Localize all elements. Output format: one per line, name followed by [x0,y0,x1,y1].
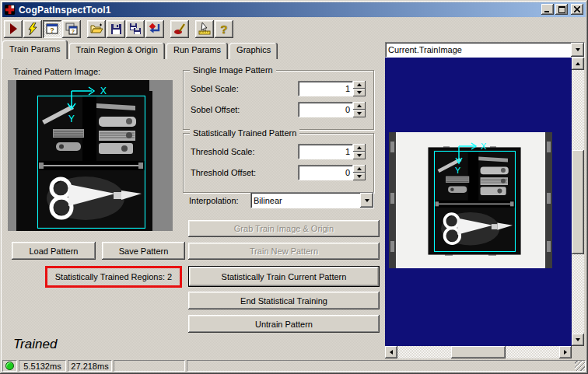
spin-up-button[interactable] [353,81,366,89]
sobel-offset-input[interactable]: 0 [298,102,353,117]
open-file-button[interactable] [87,20,106,38]
maximize-button[interactable] [555,4,568,15]
green-led-icon [5,362,14,370]
reset-button[interactable] [145,20,164,38]
titlebar: CogPatInspectTool1 [2,2,586,17]
horizontal-scrollbar[interactable] [385,346,572,358]
image-source-combobox[interactable]: Current.TrainImage [385,42,585,58]
train-new-pattern-button[interactable]: Train New Pattern [188,243,380,260]
combo-dropdown-button[interactable] [571,43,584,57]
end-statistical-training-button[interactable]: End Statistical Training [188,292,380,309]
pattern-axis-x-label: X [100,86,107,96]
regions-annotation-box: Statistically Trained Regions: 2 [45,266,182,288]
graphics-button[interactable] [170,20,189,38]
tab-train-params[interactable]: Train Params [2,40,68,59]
help-icon: ? [219,23,229,35]
scroll-right-button[interactable] [559,346,572,358]
resize-grip[interactable] [575,361,585,371]
close-button[interactable] [571,4,583,15]
show-tool-window-button[interactable]: ? [43,20,61,38]
save-floppy-icon [110,23,122,35]
sobel-offset-spinner [353,102,366,117]
single-image-pattern-group: Single Image Pattern [183,70,374,130]
sobel-scale-spinner [353,81,366,96]
threshold-offset-label: Threshold Offset: [191,168,256,177]
status-empty-panel [114,360,185,372]
svg-text:?: ? [220,23,227,35]
arrow-left-icon [390,350,393,355]
grab-train-image-button[interactable]: Grab Train Image & Origin [188,220,380,237]
chevron-down-icon [576,48,580,51]
trained-pattern-image: X Y [8,80,173,231]
interpolation-label: Interpolation: [189,196,239,205]
train-image-photo: X Y [389,132,552,268]
trigger-button[interactable] [23,20,42,38]
threshold-scale-input[interactable]: 1 [298,144,353,159]
sobel-scale-input[interactable]: 1 [298,81,353,96]
save-file-button[interactable] [107,20,125,38]
threshold-offset-spinner [353,165,366,180]
pointer-ruler-icon [198,23,212,35]
statistically-trained-pattern-title: Statistically Trained Pattern [190,128,299,138]
scroll-left-button[interactable] [385,346,397,358]
viewer-axis-x-label: X [481,142,487,151]
tab-run-params[interactable]: Run Params [166,43,228,59]
status-led-panel [2,360,17,372]
tool-window-copy-icon: ? [65,23,78,35]
help-button[interactable]: ? [215,20,233,38]
save-as-floppy-icon [129,23,142,35]
threshold-offset-input[interactable]: 0 [298,165,353,180]
maximize-icon [558,6,565,13]
vertical-scroll-thumb[interactable] [572,150,584,254]
horizontal-scroll-thumb[interactable] [451,346,506,358]
vertical-scrollbar[interactable] [572,58,584,346]
status-empty-panel [187,360,586,372]
tool-window-icon: ? [46,23,58,35]
arrow-up-icon [576,62,580,65]
untrain-pattern-button[interactable]: Untrain Pattern [188,315,380,333]
tab-strip: Train Params Train Region & Origin Run P… [2,40,279,59]
interactive-graphics-button[interactable] [195,20,214,38]
close-icon [574,6,580,12]
save-pattern-button[interactable]: Save Pattern [102,242,185,260]
spin-up-button[interactable] [353,144,366,152]
viewer-axis-y-label: Y [455,166,461,175]
tab-graphics[interactable]: Graphics [229,43,278,59]
minimize-button[interactable] [541,4,554,15]
open-folder-icon [90,23,103,35]
train-image-viewport[interactable]: X Y [385,58,572,346]
minimize-icon [544,6,551,12]
spin-down-button[interactable] [353,110,366,117]
scroll-up-button[interactable] [572,58,584,70]
spin-up-button[interactable] [353,165,366,173]
tab-train-region-origin[interactable]: Train Region & Origin [69,43,165,59]
statistically-train-current-pattern-button[interactable]: Statistically Train Current Pattern [188,266,380,287]
threshold-scale-spinner [353,144,366,159]
run-button[interactable] [4,20,23,38]
copy-tool-button[interactable]: ? [62,20,81,38]
combo-dropdown-button[interactable] [360,193,373,208]
svg-text:?: ? [50,26,54,34]
spin-down-button[interactable] [353,173,366,180]
scroll-down-button[interactable] [572,334,584,346]
interpolation-combobox[interactable]: Bilinear [250,192,374,208]
trained-pattern-image-display: X Y [8,80,173,231]
toolbar: ? ? [2,18,586,40]
play-icon [7,23,19,35]
spin-down-button[interactable] [353,89,366,96]
lightning-icon [26,23,39,35]
reset-arrow-icon [149,23,161,35]
arrow-down-icon [576,338,580,341]
trained-pattern-image-label: Trained Pattern Image: [13,67,100,76]
status-bar: 5.5132ms 27.218ms [2,358,586,372]
sobel-offset-label: Sobel Offset: [191,105,240,114]
pattern-axis-y-label: Y [68,114,75,124]
save-as-button[interactable] [126,20,145,38]
spin-down-button[interactable] [353,152,366,159]
single-image-pattern-title: Single Image Pattern [190,65,276,75]
interpolation-value: Bilinear [251,196,360,205]
paintbrush-icon [173,23,187,35]
image-source-value: Current.TrainImage [386,45,571,54]
load-pattern-button[interactable]: Load Pattern [12,242,96,260]
spin-up-button[interactable] [353,102,366,110]
